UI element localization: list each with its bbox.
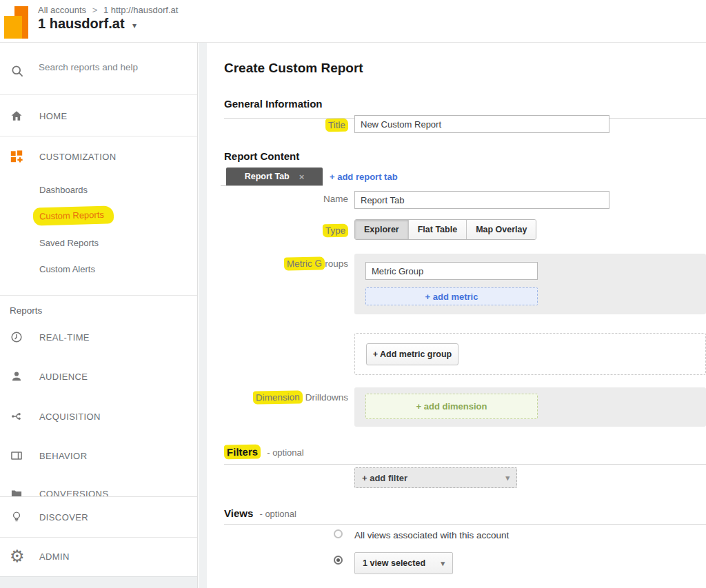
name-label: Name [224,194,348,204]
views-optional-suffix: - optional [259,509,296,519]
add-report-tab-link[interactable]: + add report tab [330,172,398,182]
divider [0,295,197,296]
sidebar-item-label: BEHAVIOR [39,451,87,461]
dimension-panel: + add dimension [354,387,706,427]
metric-group-name-input[interactable] [365,262,538,280]
add-filter-label: + add filter [362,473,407,483]
sidebar-item-label: DISCOVER [39,512,88,523]
radio-all-views[interactable] [334,529,343,538]
title-label: Title [224,119,348,132]
ga-app: All accounts > 1 http://hausdorf.at 1 ha… [0,0,706,588]
sidebar-item-custom-alerts[interactable]: Custom Alerts [39,259,95,278]
sidebar-item-acquisition[interactable]: ACQUISITION [0,407,197,426]
add-metric-group-button[interactable]: + Add metric group [366,343,458,365]
gear-icon: ⚙ [10,549,26,563]
dimension-drilldowns-label: Dimension Drilldowns [224,391,348,404]
customization-icon [10,150,26,163]
sidebar-item-label: Saved Reports [39,238,99,248]
breadcrumb-all-accounts[interactable]: All accounts [38,5,86,15]
acquisition-branch-icon [10,409,26,423]
breadcrumb-property[interactable]: 1 http://hausdorf.at [103,5,178,15]
metric-group-panel: + add metric [354,254,706,314]
sidebar-item-label: HOME [39,111,68,121]
add-metric-group-container: + Add metric group [354,333,706,375]
sidebar-item-label: ADMIN [39,551,70,562]
sidebar-item-discover[interactable]: DISCOVER [0,507,197,527]
sidebar-item-saved-reports[interactable]: Saved Reports [39,233,99,252]
divider [0,537,197,538]
sidebar-item-behavior[interactable]: BEHAVIOR [0,446,197,465]
clock-icon [10,330,26,344]
sidebar-search [0,43,197,95]
add-filter-dropdown[interactable]: + add filter ▾ [354,467,517,488]
divider [0,136,197,136]
sidebar-item-dashboards[interactable]: Dashboards [39,180,88,199]
breadcrumb: All accounts > 1 http://hausdorf.at [38,5,178,15]
views-selected-label: 1 view selected [363,558,425,568]
home-icon [10,109,26,123]
search-input[interactable] [39,62,183,72]
google-analytics-logo [4,6,30,39]
add-metric-button[interactable]: + add metric [365,287,538,305]
highlight-dimension: Dimension [253,390,303,404]
sidebar-gutter [199,43,207,588]
account-title[interactable]: 1 hausdorf.at [38,16,125,31]
name-input[interactable] [354,191,609,209]
sidebar-item-label: AUDIENCE [39,372,88,382]
all-views-label: All views associated with this account [354,530,509,540]
app-header: All accounts > 1 http://hausdorf.at 1 ha… [0,0,706,43]
type-option-map-overlay[interactable]: Map Overlay [466,220,536,239]
sidebar-item-label: Custom Alerts [39,264,95,274]
sidebar-item-label: REAL-TIME [39,332,90,343]
highlight-filters: Filters [224,445,261,460]
breadcrumb-separator-icon: > [92,5,98,15]
sidebar-footer [0,576,197,588]
sidebar-item-label: Dashboards [39,185,88,195]
chevron-down-icon: ▾ [505,474,510,483]
page-title: Create Custom Report [224,61,363,76]
report-content-heading: Report Content [224,150,706,162]
title-input[interactable] [354,115,609,133]
sidebar-item-customization[interactable]: CUSTOMIZATION [0,147,197,166]
sidebar-item-real-time[interactable]: REAL-TIME [0,327,197,347]
sidebar-pinned-section: DISCOVER ⚙ ADMIN [0,496,197,588]
search-icon [10,64,25,79]
reports-section-label: Reports [10,301,42,320]
sidebar-item-admin[interactable]: ⚙ ADMIN [0,547,197,566]
main-content: Create Custom Report General Information… [207,43,706,588]
lightbulb-icon [10,509,26,525]
highlight-title: Title [325,119,348,132]
highlight-type: Type [323,224,349,238]
chevron-down-icon: ▾ [441,559,445,568]
tabstrip-divider [221,185,323,186]
person-icon [10,369,26,383]
views-select-dropdown[interactable]: 1 view selected ▾ [354,552,453,574]
sidebar-item-label: CUSTOMIZATION [39,152,117,162]
sidebar: HOME CUSTOMIZATION Dashboards Custom Rep… [0,43,198,588]
type-option-flat-table[interactable]: Flat Table [408,220,466,239]
metric-groups-label: Metric Groups [224,257,348,270]
filters-optional-suffix: - optional [267,447,303,458]
add-dimension-button[interactable]: + add dimension [365,394,538,419]
radio-selected-views[interactable] [334,556,343,565]
views-heading: Views - optional [224,507,706,525]
logo-bar-yellow [4,16,22,39]
sidebar-item-label: ACQUISITION [39,412,101,422]
type-segmented-control: Explorer Flat Table Map Overlay [354,219,536,240]
highlight-custom-reports[interactable]: Custom Reports [33,205,114,225]
tab-report-tab[interactable]: Report Tab × [226,168,323,185]
type-label: Type [224,224,348,237]
sidebar-item-home[interactable]: HOME [0,106,197,125]
account-selector[interactable]: 1 hausdorf.at ▾ [38,16,137,32]
sidebar-item-custom-reports[interactable]: Custom Reports [39,206,114,225]
tab-label: Report Tab [245,172,290,181]
filters-heading: Filters - optional [224,445,706,465]
chevron-down-icon[interactable]: ▾ [132,21,137,30]
highlight-metric-groups: Metric G [284,256,325,270]
close-icon[interactable]: × [299,172,305,182]
type-option-explorer[interactable]: Explorer [355,220,408,239]
window-layout-icon [10,449,26,463]
sidebar-item-audience[interactable]: AUDIENCE [0,367,197,386]
